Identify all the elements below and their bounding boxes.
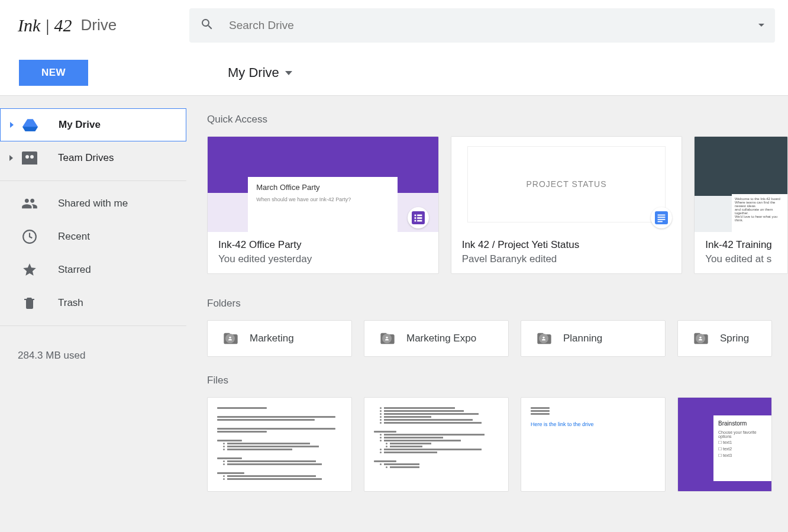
- trash-icon: [19, 296, 40, 310]
- folder-shared-icon: [222, 330, 239, 347]
- section-title-quick-access: Quick Access: [207, 114, 788, 125]
- files-row: Here is the link to the drive Brainstorm…: [207, 397, 788, 492]
- drive-icon: [20, 117, 41, 133]
- breadcrumb[interactable]: My Drive: [228, 65, 292, 80]
- product-label: Drive: [81, 16, 117, 34]
- breadcrumb-label: My Drive: [228, 65, 279, 80]
- sidebar-item-label: My Drive: [59, 119, 101, 131]
- svg-rect-7: [417, 215, 422, 217]
- svg-rect-16: [658, 221, 663, 223]
- sidebar-item-label: Starred: [58, 264, 91, 276]
- card-subtitle: You edited yesterday: [218, 253, 428, 265]
- svg-rect-10: [414, 220, 416, 222]
- svg-point-2: [30, 155, 34, 159]
- thumb-title: PROJECT STATUS: [467, 146, 666, 223]
- storage-used: 284.3 MB used: [0, 332, 186, 362]
- folder-card[interactable]: Marketing Expo: [364, 320, 509, 357]
- card-title: Ink 42 / Project Yeti Status: [462, 239, 671, 251]
- folder-shared-icon: [536, 330, 553, 347]
- logo-area: Ink | 42 Drive: [18, 15, 172, 36]
- file-card[interactable]: [364, 397, 509, 492]
- card-thumbnail: Welcome to the Ink-42 boardWhere teams c…: [695, 137, 787, 232]
- svg-rect-3: [22, 161, 37, 165]
- doc-thumbnail: [208, 398, 351, 491]
- folder-card[interactable]: Spring: [677, 320, 772, 357]
- thumb-sub: When should we have our Ink-42 Party?: [256, 196, 389, 202]
- sidebar-item-label: Trash: [58, 297, 83, 309]
- toolbar: NEW My Drive: [0, 50, 788, 96]
- folder-name: Spring: [720, 333, 749, 344]
- team-drives-icon: [19, 151, 40, 165]
- search-icon: [200, 17, 214, 34]
- quick-access-card[interactable]: PROJECT STATUS Ink 42 / Project Yeti Sta…: [451, 136, 683, 274]
- card-title: Ink-42 Office Party: [218, 239, 428, 251]
- card-subtitle: Pavel Baranyk edited: [462, 253, 671, 265]
- divider: [0, 180, 186, 181]
- sidebar-item-team-drives[interactable]: Team Drives: [0, 141, 186, 175]
- section-title-files: Files: [207, 375, 788, 386]
- form-thumbnail: Brainstorm Choose your favorite options …: [713, 415, 771, 481]
- thumb-title: March Office Party: [256, 183, 389, 192]
- section-title-folders: Folders: [207, 298, 788, 309]
- sidebar: My Drive Team Drives Shared with me: [0, 96, 186, 532]
- folders-row: Marketing Marketing Expo Planning: [207, 320, 788, 357]
- card-title: Ink-42 Training: [705, 239, 777, 251]
- new-button[interactable]: NEW: [19, 60, 88, 86]
- svg-rect-6: [414, 215, 416, 217]
- svg-rect-13: [658, 215, 666, 216]
- sidebar-item-trash[interactable]: Trash: [0, 286, 186, 320]
- svg-point-17: [229, 337, 231, 338]
- svg-rect-11: [417, 220, 422, 222]
- svg-point-20: [699, 337, 701, 338]
- logo-text: Ink | 42: [18, 15, 72, 36]
- sidebar-item-recent[interactable]: Recent: [0, 220, 186, 253]
- svg-rect-9: [417, 217, 422, 219]
- expand-icon[interactable]: [8, 122, 16, 128]
- svg-rect-8: [414, 217, 416, 219]
- folder-name: Marketing Expo: [406, 333, 476, 344]
- sidebar-item-label: Team Drives: [58, 152, 114, 164]
- people-icon: [19, 195, 40, 212]
- folder-card[interactable]: Marketing: [207, 320, 352, 357]
- card-subtitle: You edited at s: [705, 253, 777, 265]
- svg-point-19: [542, 337, 544, 338]
- file-card[interactable]: Brainstorm Choose your favorite options …: [677, 397, 772, 492]
- folder-shared-icon: [693, 330, 709, 347]
- doc-thumbnail: Here is the link to the drive: [521, 398, 665, 491]
- folder-shared-icon: [379, 330, 396, 347]
- svg-point-18: [386, 337, 387, 338]
- thumb-title: Brainstorm: [718, 420, 767, 427]
- header: Ink | 42 Drive: [0, 0, 788, 50]
- card-thumbnail: PROJECT STATUS: [451, 137, 682, 232]
- clock-icon: [19, 229, 40, 244]
- sidebar-item-my-drive[interactable]: My Drive: [0, 108, 186, 141]
- card-thumbnail: March Office Party When should we have o…: [208, 137, 438, 232]
- forms-icon: [408, 207, 429, 228]
- file-card[interactable]: [207, 397, 352, 492]
- expand-icon[interactable]: [7, 155, 15, 161]
- divider: [0, 325, 186, 326]
- doc-thumbnail: [364, 398, 508, 491]
- search-input[interactable]: [229, 19, 758, 32]
- quick-access-card[interactable]: March Office Party When should we have o…: [207, 136, 439, 274]
- folder-name: Marketing: [250, 333, 294, 344]
- file-card[interactable]: Here is the link to the drive: [521, 397, 666, 492]
- svg-rect-14: [658, 217, 666, 218]
- sidebar-item-label: Recent: [58, 231, 90, 243]
- chevron-down-icon: [285, 71, 292, 75]
- folder-name: Planning: [563, 333, 602, 344]
- star-icon: [19, 262, 40, 278]
- search-bar[interactable]: [189, 8, 775, 43]
- sidebar-item-label: Shared with me: [58, 198, 128, 209]
- quick-access-row: March Office Party When should we have o…: [207, 136, 788, 274]
- folder-card[interactable]: Planning: [521, 320, 666, 357]
- svg-rect-15: [658, 219, 666, 220]
- svg-point-1: [25, 155, 29, 159]
- sidebar-item-starred[interactable]: Starred: [0, 253, 186, 286]
- main-content: Quick Access March Office Party When sho…: [186, 96, 788, 532]
- quick-access-card[interactable]: Welcome to the Ink-42 boardWhere teams c…: [694, 136, 788, 274]
- sidebar-item-shared[interactable]: Shared with me: [0, 187, 186, 220]
- search-options-caret-icon[interactable]: [758, 24, 764, 27]
